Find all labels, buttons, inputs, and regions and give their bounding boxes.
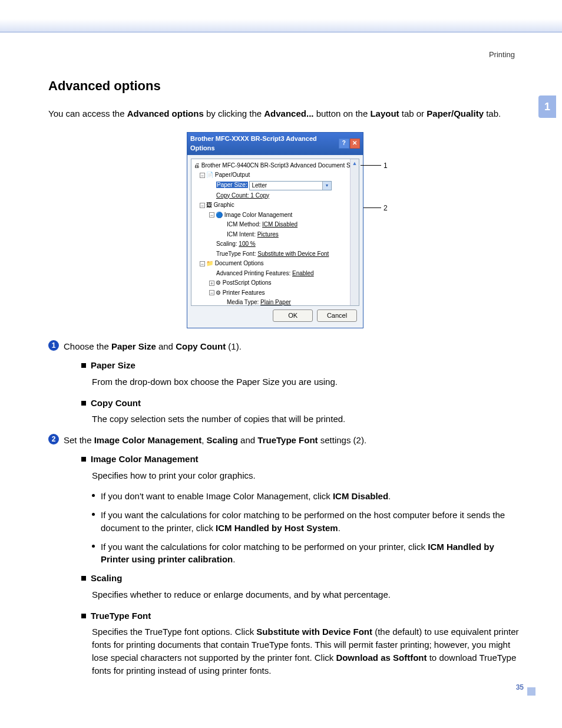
tree-root[interactable]: 🖨 Brother MFC-9440CN BR-Script3 Advanced… — [193, 161, 358, 171]
text: by clicking the — [204, 108, 265, 118]
text: tab or — [399, 108, 427, 118]
text: settings (2). — [318, 435, 367, 445]
tree-item-copy-count[interactable]: Copy Count: 1 Copy — [193, 191, 358, 201]
text-bold: TrueType Font — [257, 435, 318, 445]
tree-item-media-type[interactable]: Media Type: Plain Paper — [193, 298, 358, 306]
sub-description: From the drop-down box choose the Paper … — [92, 375, 520, 388]
chapter-tab: 1 — [538, 95, 556, 118]
tree-value: Enabled — [292, 270, 314, 276]
sub-description: The copy selection sets the number of co… — [92, 413, 520, 426]
tree-node-postscript[interactable]: +⚙ PostScript Options — [193, 278, 358, 288]
tree-value: Pictures — [257, 231, 279, 238]
scroll-up-icon[interactable]: ▲ — [351, 159, 359, 169]
text-bold: ICM Handled by Host System — [216, 523, 338, 533]
tree-node-graphic[interactable]: −🖼 Graphic — [193, 200, 358, 210]
tree-node-doc-options[interactable]: −📁 Document Options — [193, 259, 358, 269]
dialog-titlebar: Brother MFC-XXXX BR-Script3 Advanced Opt… — [187, 133, 363, 155]
dropdown-value: Letter — [252, 182, 267, 189]
tree-label: Graphic — [214, 202, 234, 208]
square-bullet-icon — [81, 614, 86, 618]
sub-heading: Image Color Management — [91, 454, 199, 464]
tree-label: ICM Intent: — [227, 231, 257, 238]
collapse-icon[interactable]: − — [200, 261, 205, 266]
cancel-button[interactable]: Cancel — [317, 309, 357, 322]
tree-label: Advanced Printing Features: — [216, 270, 292, 276]
text-bold: Paper/Quality — [427, 108, 484, 118]
tree-node-paper-output[interactable]: −📄 Paper/Output — [193, 170, 358, 180]
tree-item-icm-method[interactable]: ICM Method: ICM Disabled — [193, 220, 358, 230]
text-bold: ICM Disabled — [333, 491, 388, 501]
intro-paragraph: You can access the Advanced options by c… — [48, 107, 520, 120]
step-1-sublist: Paper Size From the drop-down box choose… — [81, 359, 520, 426]
collapse-icon[interactable]: − — [209, 290, 214, 295]
sub-heading: Copy Count — [91, 398, 141, 408]
text-bold: Copy Count — [176, 341, 226, 351]
text-bold: Image Color Management — [94, 435, 202, 445]
expand-icon[interactable]: + — [209, 281, 214, 286]
tree-item-scaling[interactable]: Scaling: 100 % — [193, 239, 358, 249]
chevron-down-icon[interactable]: ▾ — [322, 182, 331, 190]
text: . — [388, 491, 391, 501]
text: (1). — [226, 341, 242, 351]
sub-description: Specifies how to print your color graphi… — [92, 469, 520, 482]
tree-value: ICM Disabled — [262, 221, 297, 228]
tree-label: Paper/Output — [215, 172, 250, 178]
tree-item-paper-size[interactable]: Paper Size: Letter▾ — [193, 180, 358, 191]
ok-button[interactable]: OK — [273, 309, 313, 322]
tree-label: Copy Count: 1 Copy — [216, 192, 269, 199]
sub-description: Specifies the TrueType font options. Cli… — [92, 625, 520, 677]
tree-node-printer-features[interactable]: −⚙ Printer Features — [193, 288, 358, 298]
collapse-icon[interactable]: − — [200, 173, 205, 178]
text-bold: Layout — [370, 108, 399, 118]
collapse-icon[interactable]: − — [209, 212, 214, 218]
dialog-title: Brother MFC-XXXX BR-Script3 Advanced Opt… — [190, 134, 338, 153]
sub-item-icm: Image Color Management Specifies how to … — [81, 453, 520, 566]
sub-item-paper-size: Paper Size From the drop-down box choose… — [81, 359, 520, 388]
text: , — [201, 435, 206, 445]
tree-item-icm-intent[interactable]: ICM Intent: Pictures — [193, 230, 358, 240]
tree-value: Plain Paper — [260, 299, 291, 305]
settings-tree[interactable]: ▲ 🖨 Brother MFC-9440CN BR-Script3 Advanc… — [191, 159, 359, 306]
paper-size-dropdown[interactable]: Letter▾ — [249, 181, 332, 190]
text: and — [238, 435, 257, 445]
step-number: 1 — [48, 340, 59, 351]
tree-item-truetype[interactable]: TrueType Font: Substitute with Device Fo… — [193, 249, 358, 259]
close-button[interactable]: ✕ — [350, 139, 360, 149]
tree-item-adv-print[interactable]: Advanced Printing Features: Enabled — [193, 269, 358, 279]
dialog-screenshot: 1 2 Brother MFC-XXXX BR-Script3 Advanced… — [187, 132, 381, 329]
step-number: 2 — [48, 434, 59, 444]
tree-label: Image Color Management — [224, 212, 293, 218]
dot-icon — [92, 513, 95, 516]
callout-number: 2 — [384, 203, 388, 213]
sub-item-copy-count: Copy Count The copy selection sets the n… — [81, 397, 520, 426]
text: Choose the — [64, 341, 111, 351]
text: . — [233, 554, 235, 564]
tree-label: Media Type: — [227, 299, 260, 305]
sub-description: Specifies whether to reduce or enlarge d… — [92, 588, 520, 601]
section-header: Printing — [489, 50, 515, 59]
tree-label: Brother MFC-9440CN BR-Script3 Advanced D… — [201, 162, 359, 169]
text: You can access the — [48, 108, 127, 118]
scrollbar[interactable]: ▲ — [350, 159, 359, 305]
text: If you don't want to enable Image Color … — [101, 491, 333, 501]
sub-heading: Paper Size — [91, 360, 135, 370]
tree-value: 100 % — [239, 241, 255, 247]
dot-icon — [92, 545, 95, 548]
text: tab. — [484, 108, 501, 118]
tree-node-icm[interactable]: −🔵 Image Color Management — [193, 210, 358, 220]
step-text: Choose the Paper Size and Copy Count (1)… — [64, 340, 520, 353]
text: and — [156, 341, 176, 351]
top-bar — [0, 0, 562, 32]
step-2-sublist: Image Color Management Specifies how to … — [81, 453, 520, 677]
text-bold: Download as Softfont — [336, 653, 427, 663]
bullet-item: If you want the calculations for color m… — [92, 509, 520, 535]
collapse-icon[interactable]: − — [200, 203, 205, 208]
callout-number: 1 — [384, 161, 388, 171]
help-button[interactable]: ? — [339, 139, 349, 149]
sub-heading: TrueType Font — [91, 611, 151, 621]
tree-label: Document Options — [215, 260, 264, 266]
text: Set the — [64, 435, 94, 445]
tree-label-selected: Paper Size: — [216, 182, 248, 188]
square-bullet-icon — [81, 576, 86, 581]
page-content: Advanced options You can access the Adva… — [48, 77, 520, 685]
